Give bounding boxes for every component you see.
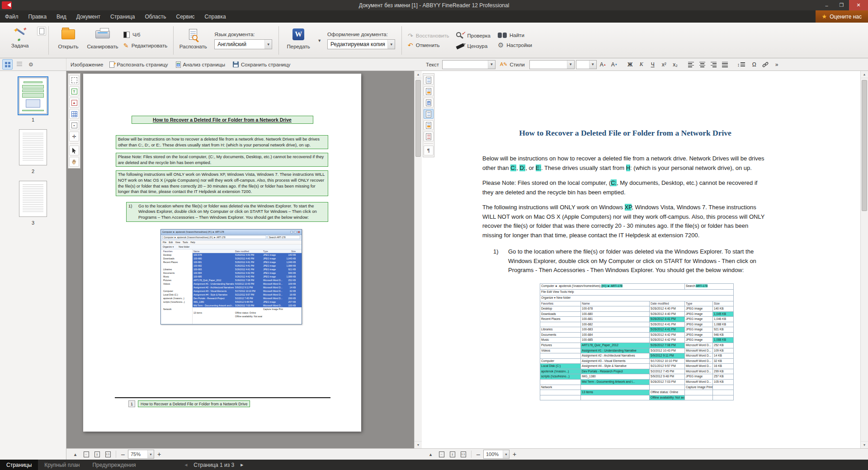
table-row[interactable]: Assignment #2 - Architectural Narratives… bbox=[540, 353, 734, 359]
table-row[interactable]: PicturesART178_Quiz_Paper_20125/26/2012 … bbox=[540, 343, 734, 348]
formatted-text-icon[interactable] bbox=[424, 98, 434, 108]
black-white-button[interactable]: Ч/б bbox=[123, 32, 167, 38]
open-button[interactable]: Открыть bbox=[51, 24, 85, 57]
background-area-icon[interactable]: • bbox=[69, 120, 79, 130]
table-row[interactable]: scripts (\\csufresno...)IMG_13805/9/2012… bbox=[540, 374, 734, 380]
fit-page-button[interactable]: ⇕ bbox=[448, 450, 457, 459]
redo-button[interactable]: ↷ Восстановить bbox=[408, 33, 449, 38]
underline-button[interactable]: Ч bbox=[648, 60, 658, 70]
table-row[interactable]: File Edit View Tools Help bbox=[540, 289, 734, 295]
plain-text-icon[interactable] bbox=[424, 109, 434, 119]
scroll-down-icon[interactable]: ▼ bbox=[861, 441, 868, 448]
toolbar-overflow-button[interactable]: » bbox=[772, 60, 782, 70]
table-row[interactable]: Music100-6855/26/2012 4:42 PMJPEG image1… bbox=[540, 338, 734, 343]
send-button[interactable]: W Передать bbox=[281, 24, 316, 57]
menu-help[interactable]: Справка bbox=[200, 10, 231, 23]
view-thumbnails-button[interactable] bbox=[2, 59, 13, 70]
page-thumbnail-2[interactable] bbox=[19, 129, 47, 165]
area-tool-icon[interactable] bbox=[69, 75, 79, 85]
new-task-button[interactable] bbox=[37, 27, 46, 36]
table-row[interactable]: Downloads100-6805/26/2012 4:40 PMJPEG im… bbox=[540, 311, 734, 317]
page-properties-button[interactable]: ⚙ bbox=[26, 59, 36, 70]
subscript-button[interactable]: x₂ bbox=[670, 60, 680, 70]
image-area-icon[interactable]: ▲ bbox=[69, 98, 79, 108]
table-row[interactable]: NetworkCapture Image Print Screen bbox=[540, 385, 734, 390]
scan-paragraph-area[interactable]: The following instructions will ONLY wor… bbox=[116, 170, 328, 196]
page-thumbnail-3[interactable] bbox=[19, 181, 47, 217]
fit-page-button[interactable]: ⇕ bbox=[92, 450, 102, 459]
doc-list-item[interactable]: 1) Go to the location where the file(s) … bbox=[493, 247, 768, 275]
maximize-button[interactable]: ❐ bbox=[834, 0, 849, 10]
collapse-panel-icon[interactable]: ▴ bbox=[71, 450, 80, 459]
task-button[interactable]: ✦✚✱ Задача bbox=[3, 24, 37, 57]
recognize-page-button[interactable]: Распознать страницу bbox=[106, 59, 171, 70]
close-button[interactable]: ✕ bbox=[849, 0, 868, 10]
fit-width-button[interactable]: ↔ bbox=[81, 450, 91, 459]
language-select[interactable]: Английский ▼ bbox=[214, 39, 272, 49]
style-select[interactable]: ▼ bbox=[529, 60, 575, 69]
font-size-select[interactable]: ▼ bbox=[576, 60, 597, 69]
minimize-button[interactable]: – bbox=[819, 0, 834, 10]
table-row[interactable]: Offline availability: Not available bbox=[540, 395, 734, 400]
tab-pages[interactable]: Страницы bbox=[0, 460, 38, 470]
exact-copy-icon[interactable] bbox=[424, 75, 434, 85]
menu-cell[interactable]: File Edit View Tools Help bbox=[540, 289, 734, 295]
select-tool-icon[interactable] bbox=[69, 146, 79, 155]
text-area-icon[interactable]: T bbox=[69, 86, 79, 96]
doc-paragraph[interactable]: Please Note: Files stored on the local c… bbox=[482, 179, 768, 197]
layout-select[interactable]: Редактируемая копия ▼ bbox=[327, 39, 395, 49]
recognize-button[interactable]: Распознать bbox=[176, 24, 210, 57]
table-row[interactable]: VideosAssignment #1 - Understanding Narr… bbox=[540, 348, 734, 353]
settings-button[interactable]: ⚙ Настройки bbox=[498, 42, 532, 48]
align-center-button[interactable] bbox=[698, 60, 708, 70]
increase-font-button[interactable]: A bbox=[598, 60, 608, 70]
superscript-button[interactable]: x² bbox=[659, 60, 669, 70]
find-button[interactable]: Найти bbox=[498, 33, 532, 38]
headers-footers-icon[interactable] bbox=[424, 132, 434, 141]
search-cell[interactable]: Search ART-178 bbox=[685, 283, 734, 289]
scan-paragraph-area[interactable]: Please Note: Files stored on the local c… bbox=[116, 153, 328, 167]
actual-size-button[interactable]: 1:1 bbox=[458, 450, 468, 459]
align-justify-button[interactable] bbox=[720, 60, 730, 70]
table-row[interactable]: Documents100-6845/26/2012 4:42 PMJPEG im… bbox=[540, 332, 734, 338]
decrease-font-button[interactable]: A bbox=[609, 60, 619, 70]
menu-area[interactable]: Область bbox=[140, 10, 171, 23]
analyze-page-button[interactable]: Анализ страницы bbox=[173, 59, 228, 70]
bold-button[interactable]: Ж bbox=[625, 60, 635, 70]
image-zoom-select[interactable]: 75% ▼ bbox=[128, 450, 154, 459]
text-zoom-select[interactable]: 100% ▼ bbox=[483, 450, 509, 459]
scan-footer-area[interactable]: How to Recover a Deleted File or Folder … bbox=[138, 400, 250, 407]
table-row[interactable]: apotenok (\\nassrv...)Dev Portals - Rese… bbox=[540, 369, 734, 374]
font-family-select[interactable]: ▼ bbox=[442, 60, 495, 69]
image-scrollbar[interactable]: ▲ ▼ bbox=[414, 71, 422, 448]
scrollbar-thumb[interactable] bbox=[862, 80, 867, 211]
menu-file[interactable]: Файл bbox=[0, 10, 24, 23]
edit-image-button[interactable]: ✎ Редактировать bbox=[123, 42, 167, 49]
formatting-marks-icon[interactable]: ¶ bbox=[424, 146, 434, 155]
table-area-icon[interactable] bbox=[69, 109, 79, 119]
table-row[interactable]: Organize ▾ New folder bbox=[540, 295, 734, 301]
editable-copy-icon[interactable] bbox=[424, 86, 434, 96]
zoom-out-button[interactable]: – bbox=[475, 451, 482, 458]
pan-tool-icon[interactable] bbox=[69, 157, 79, 167]
align-left-button[interactable] bbox=[686, 60, 696, 70]
actual-size-button[interactable]: 1:1 bbox=[103, 450, 113, 459]
tab-zoom[interactable]: Крупный план bbox=[38, 460, 86, 470]
censor-button[interactable]: Цензура bbox=[456, 43, 491, 49]
menu-edit[interactable]: Правка bbox=[24, 10, 52, 23]
styles-button[interactable]: A✎ Стили bbox=[497, 59, 528, 70]
table-row[interactable]: 100-6825/26/2012 4:41 PMJPEG image1,088 … bbox=[540, 322, 734, 327]
scroll-down-icon[interactable]: ▼ bbox=[415, 441, 422, 448]
tab-warnings[interactable]: Предупреждения bbox=[86, 460, 142, 470]
address-cell[interactable]: Computer ► apotenok (\\nassrv\homedrives… bbox=[540, 283, 685, 289]
line-spacing-button[interactable]: ↕ bbox=[736, 60, 748, 70]
align-right-button[interactable] bbox=[709, 60, 719, 70]
scrollbar-thumb[interactable] bbox=[415, 80, 421, 157]
table-row[interactable]: Mid Term - Documenting Artwork and t...5… bbox=[540, 379, 734, 385]
scan-paragraph-area[interactable]: Below will be instructions on how to rec… bbox=[116, 135, 328, 149]
table-row[interactable]: Computer ► apotenok (\\nassrv\homedrives… bbox=[540, 283, 734, 289]
view-details-button[interactable] bbox=[14, 59, 24, 70]
table-row[interactable]: Desktop100-6785/26/2012 4:40 PMJPEG imag… bbox=[540, 306, 734, 312]
menu-tools[interactable]: Сервис bbox=[171, 10, 200, 23]
hyperlink-button[interactable] bbox=[760, 60, 770, 70]
